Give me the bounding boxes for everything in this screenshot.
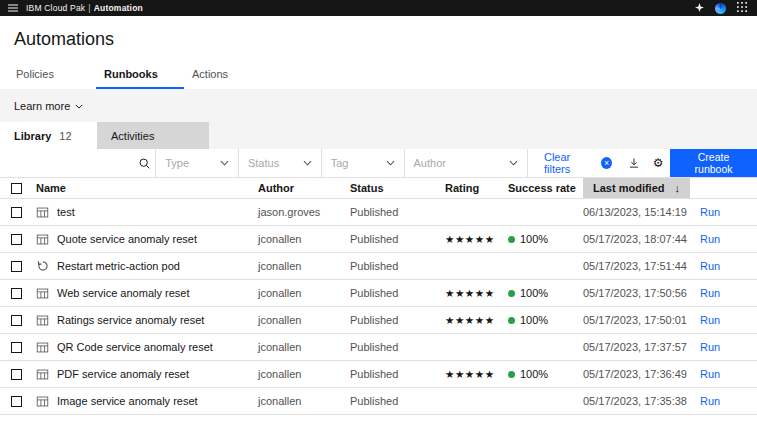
row-checkbox[interactable] [11, 288, 22, 299]
brand-product: Automation [94, 3, 143, 13]
clear-filters-label: Clear filters [544, 151, 595, 175]
tab-runbooks[interactable]: Runbooks [96, 62, 184, 89]
tag-filter-dropdown[interactable]: Tag [321, 149, 404, 177]
runbook-author: jconallen [258, 260, 350, 272]
header-rating[interactable]: Rating [445, 178, 508, 198]
runbook-last-modified: 05/17/2023, 18:07:44 [583, 233, 690, 245]
topbar-actions [695, 2, 757, 14]
brand-prefix: IBM Cloud Pak [26, 3, 85, 13]
sort-descending-icon[interactable]: ↓ [675, 182, 681, 194]
header-status[interactable]: Status [350, 178, 445, 198]
table-row: Restart metric-action pod jconallen Publ… [0, 253, 757, 280]
success-dot-icon [508, 371, 515, 378]
status-filter-label: Status [248, 157, 279, 169]
runbook-status: Published [350, 395, 445, 407]
runbook-icon [36, 314, 49, 327]
type-filter-label: Type [165, 157, 189, 169]
runbook-name[interactable]: QR Code service anomaly reset [57, 341, 213, 353]
row-checkbox[interactable] [11, 369, 22, 380]
run-link[interactable]: Run [700, 395, 720, 407]
automation-icon [36, 260, 49, 272]
run-link[interactable]: Run [700, 287, 720, 299]
brand-divider: | [88, 3, 90, 13]
row-checkbox[interactable] [11, 342, 22, 353]
runbook-name[interactable]: test [57, 206, 75, 218]
close-icon[interactable]: × [601, 157, 612, 169]
run-link[interactable]: Run [700, 314, 720, 326]
header-author[interactable]: Author [258, 178, 350, 198]
last-modified-label: Last modified [593, 182, 665, 194]
tab-activities[interactable]: Activities [97, 122, 209, 149]
table-row: QR Code service anomaly reset jconallen … [0, 334, 757, 361]
runbook-icon [36, 206, 49, 219]
success-dot-icon [508, 317, 515, 324]
library-count-badge: 12 [59, 130, 71, 142]
runbook-name[interactable]: Restart metric-action pod [57, 260, 180, 272]
header-last-modified[interactable]: Last modified ↓ [583, 178, 690, 198]
runbook-status: Published [350, 206, 445, 218]
chevron-down-icon [386, 160, 395, 166]
runbook-rating: ★★★★★ [445, 287, 508, 299]
runbook-author: jconallen [258, 233, 350, 245]
tab-library[interactable]: Library 12 [0, 122, 97, 149]
select-all-checkbox[interactable] [11, 183, 22, 194]
topbar: IBM Cloud Pak|Automation [0, 0, 757, 16]
run-link[interactable]: Run [700, 206, 720, 218]
author-filter-dropdown[interactable]: Author [404, 149, 528, 177]
run-link[interactable]: Run [700, 260, 720, 272]
download-icon [628, 157, 640, 169]
download-button[interactable] [622, 149, 646, 177]
app-logo[interactable] [715, 3, 726, 14]
clear-filters-button[interactable]: Clear filters × [544, 149, 612, 177]
chevron-down-icon [220, 160, 229, 166]
type-filter-dropdown[interactable]: Type [155, 149, 238, 177]
runbook-name[interactable]: PDF service anomaly reset [57, 368, 189, 380]
chevron-down-icon [303, 160, 312, 166]
settings-button[interactable]: ⚙ [646, 149, 670, 177]
runbook-status: Published [350, 233, 445, 245]
tab-policies[interactable]: Policies [8, 62, 96, 89]
row-checkbox[interactable] [11, 315, 22, 326]
row-checkbox[interactable] [11, 261, 22, 272]
runbook-name[interactable]: Image service anomaly reset [57, 395, 198, 407]
runbook-icon [36, 233, 49, 246]
run-link[interactable]: Run [700, 341, 720, 353]
runbook-author: jconallen [258, 314, 350, 326]
menu-icon[interactable] [0, 4, 26, 12]
runbook-name[interactable]: Quote service anomaly reset [57, 233, 197, 245]
gear-icon: ⚙ [653, 157, 664, 169]
activities-label: Activities [111, 130, 154, 142]
table-body: test jason.groves Published 06/13/2023, … [0, 199, 757, 415]
table-row: PDF service anomaly reset jconallen Publ… [0, 361, 757, 388]
library-label: Library [14, 130, 51, 142]
learn-more-toggle[interactable]: Learn more [0, 89, 757, 122]
tab-actions[interactable]: Actions [184, 62, 272, 89]
sparkle-icon[interactable] [695, 3, 704, 14]
runbook-author: jconallen [258, 395, 350, 407]
runbook-icon [36, 395, 49, 408]
runbook-status: Published [350, 314, 445, 326]
table-row: Quote service anomaly reset jconallen Pu… [0, 226, 757, 253]
app-switcher-icon[interactable] [737, 2, 747, 14]
row-checkbox[interactable] [11, 207, 22, 218]
learn-more-label: Learn more [14, 100, 70, 112]
status-filter-dropdown[interactable]: Status [238, 149, 321, 177]
header-success-rate[interactable]: Success rate [508, 178, 583, 198]
search-button[interactable] [133, 149, 155, 177]
header-name[interactable]: Name [36, 178, 258, 198]
runbook-last-modified: 05/17/2023, 17:50:56 [583, 287, 690, 299]
runbook-last-modified: 06/13/2023, 15:14:19 [583, 206, 690, 218]
runbook-name[interactable]: Ratings service anomaly reset [57, 314, 204, 326]
create-runbook-button[interactable]: Create runbook [670, 149, 757, 177]
run-link[interactable]: Run [700, 368, 720, 380]
runbook-name[interactable]: Web service anomaly reset [57, 287, 189, 299]
search-icon [138, 157, 151, 170]
runbook-last-modified: 05/17/2023, 17:37:57 [583, 341, 690, 353]
row-checkbox[interactable] [11, 234, 22, 245]
table-row: Ratings service anomaly reset jconallen … [0, 307, 757, 334]
success-dot-icon [508, 236, 515, 243]
row-checkbox[interactable] [11, 396, 22, 407]
run-link[interactable]: Run [700, 233, 720, 245]
runbook-last-modified: 05/17/2023, 17:50:01 [583, 314, 690, 326]
runbook-author: jconallen [258, 287, 350, 299]
